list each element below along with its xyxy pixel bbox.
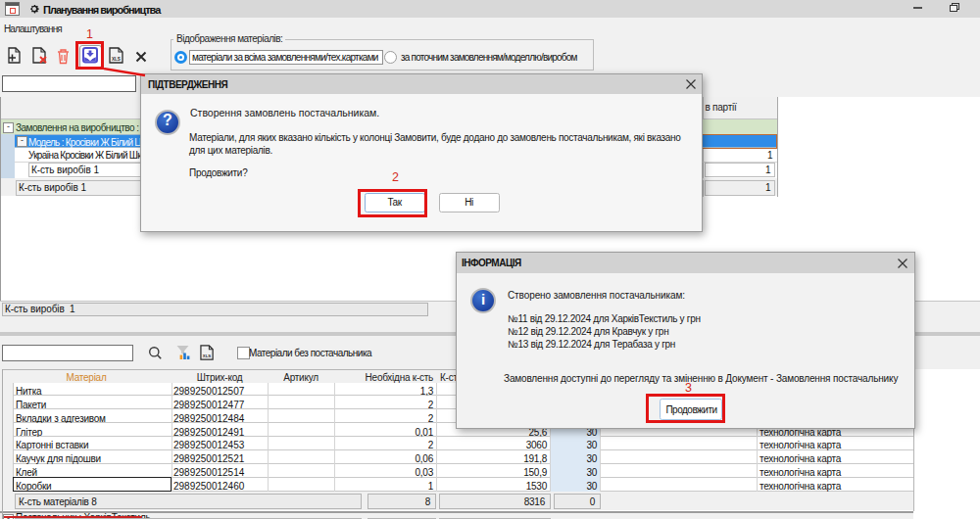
svg-text:XLS: XLS [112,57,121,62]
svg-text:XLS: XLS [203,354,211,358]
